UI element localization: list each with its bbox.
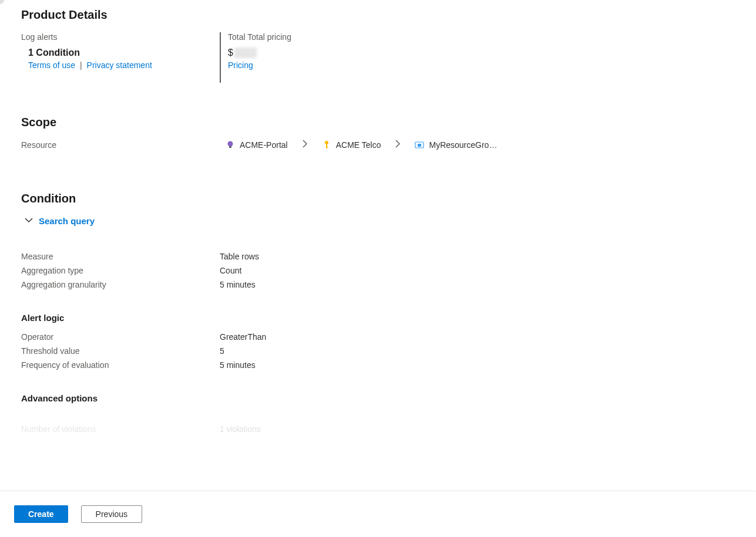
main-content: Product Details Log alerts 1 Condition T… <box>0 0 756 491</box>
price-value: $ <box>228 48 291 58</box>
kv-val: 5 minutes <box>220 280 256 289</box>
breadcrumb-item-portal[interactable]: ACME-Portal <box>226 140 288 150</box>
breadcrumb-item-telco[interactable]: ACME Telco <box>322 140 381 150</box>
svg-rect-4 <box>326 147 328 148</box>
kv-operator: Operator GreaterThan <box>21 330 756 344</box>
total-pricing-label: Total Total pricing <box>228 32 291 42</box>
svg-rect-6 <box>418 144 421 147</box>
product-left-col: Log alerts 1 Condition Terms of use | Pr… <box>21 32 220 83</box>
kv-num-violations-cutoff: Number of violations 1 violations <box>21 424 756 434</box>
search-query-label: Search query <box>39 216 95 226</box>
condition-heading: Condition <box>21 192 756 205</box>
condition-measure-block: Measure Table rows Aggregation type Coun… <box>21 249 756 292</box>
kv-key: Operator <box>21 332 220 342</box>
kv-key: Frequency of evaluation <box>21 360 220 370</box>
resource-label: Resource <box>21 140 226 150</box>
kv-aggregation-granularity: Aggregation granularity 5 minutes <box>21 278 756 292</box>
kv-key: Number of violations <box>21 424 220 434</box>
svg-rect-1 <box>229 146 231 148</box>
kv-key: Aggregation granularity <box>21 280 220 289</box>
key-icon <box>322 140 331 150</box>
kv-val: 1 violations <box>220 424 261 434</box>
link-separator: | <box>78 60 85 70</box>
chevron-right-icon <box>381 140 415 150</box>
svg-point-0 <box>228 141 233 146</box>
kv-aggregation-type: Aggregation type Count <box>21 264 756 278</box>
lightbulb-icon <box>226 140 235 150</box>
chevron-right-icon <box>288 140 322 150</box>
kv-key: Aggregation type <box>21 266 220 275</box>
alert-logic-block: Operator GreaterThan Threshold value 5 F… <box>21 330 756 372</box>
resource-breadcrumbs: ACME-Portal ACME Telco <box>226 140 497 150</box>
kv-val: Count <box>220 266 241 275</box>
kv-val: GreaterThan <box>220 332 266 342</box>
breadcrumb-item-resourcegroup[interactable]: MyResourceGro… <box>415 140 497 150</box>
search-query-toggle[interactable]: Search query <box>25 216 756 226</box>
footer-bar: Create Previous <box>0 491 756 537</box>
kv-key: Measure <box>21 252 220 261</box>
log-alerts-label: Log alerts <box>21 32 220 42</box>
price-prefix: $ <box>228 48 233 58</box>
scope-heading: Scope <box>21 116 756 129</box>
advanced-options-heading: Advanced options <box>21 393 756 403</box>
privacy-statement-link[interactable]: Privacy statement <box>87 60 152 70</box>
kv-val: 5 <box>220 346 224 356</box>
kv-threshold: Threshold value 5 <box>21 344 756 358</box>
breadcrumb-label: ACME Telco <box>336 140 381 150</box>
svg-rect-3 <box>326 144 327 148</box>
terms-of-use-link[interactable]: Terms of use <box>28 60 75 70</box>
product-right-col: Total Total pricing $ Pricing <box>220 32 291 83</box>
price-blurred <box>234 48 257 58</box>
alert-logic-heading: Alert logic <box>21 313 756 323</box>
kv-frequency: Frequency of evaluation 5 minutes <box>21 358 756 372</box>
kv-val: 5 minutes <box>220 360 256 370</box>
product-links: Terms of use | Privacy statement <box>28 60 220 70</box>
previous-button[interactable]: Previous <box>81 505 142 523</box>
kv-val: Table rows <box>220 252 259 261</box>
breadcrumb-label: MyResourceGro… <box>429 140 497 150</box>
kv-measure: Measure Table rows <box>21 249 756 264</box>
breadcrumb-label: ACME-Portal <box>240 140 288 150</box>
kv-key: Threshold value <box>21 346 220 356</box>
pricing-link[interactable]: Pricing <box>228 60 253 70</box>
resource-group-icon <box>415 140 424 150</box>
scope-row: Resource ACME-Portal ACME Telco <box>21 140 756 150</box>
create-button[interactable]: Create <box>14 505 68 523</box>
chevron-down-icon <box>25 216 33 226</box>
product-details-heading: Product Details <box>21 8 756 22</box>
product-details-row: Log alerts 1 Condition Terms of use | Pr… <box>21 32 756 83</box>
condition-count: 1 Condition <box>28 48 220 58</box>
